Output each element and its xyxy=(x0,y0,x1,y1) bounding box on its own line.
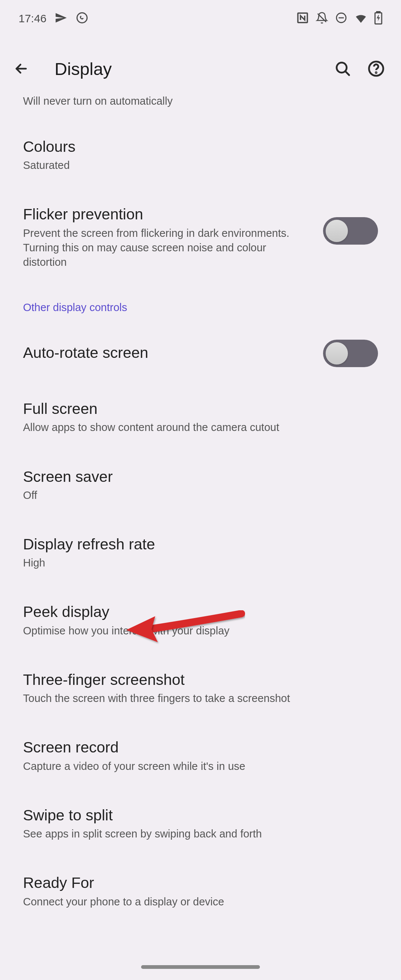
setting-refresh-rate[interactable]: Display refresh rate High xyxy=(23,535,378,570)
setting-title: Flicker prevention xyxy=(23,205,312,224)
partial-setting-subtitle: Will never turn on automatically xyxy=(23,95,378,107)
setting-colours[interactable]: Colours Saturated xyxy=(23,137,378,173)
help-button[interactable] xyxy=(367,59,385,78)
svg-rect-5 xyxy=(377,11,380,13)
setting-subtitle: Optimise how you interact with your disp… xyxy=(23,624,378,638)
setting-subtitle: Allow apps to show content around the ca… xyxy=(23,420,378,435)
search-button[interactable] xyxy=(333,59,352,78)
setting-subtitle: Off xyxy=(23,488,378,503)
setting-ready-for[interactable]: Ready For Connect your phone to a displa… xyxy=(23,873,378,909)
setting-title: Display refresh rate xyxy=(23,535,378,554)
setting-title: Peek display xyxy=(23,602,378,622)
battery-charging-icon xyxy=(374,11,382,26)
setting-auto-rotate[interactable]: Auto-rotate screen xyxy=(23,340,378,367)
setting-subtitle: Prevent the screen from flickering in da… xyxy=(23,226,312,269)
wifi-icon xyxy=(354,11,368,26)
dnd-icon xyxy=(316,11,328,25)
section-header-other: Other display controls xyxy=(23,301,378,314)
setting-three-finger[interactable]: Three-finger screenshot Touch the screen… xyxy=(23,670,378,706)
nfc-icon xyxy=(296,11,309,25)
setting-full-screen[interactable]: Full screen Allow apps to show content a… xyxy=(23,399,378,435)
app-bar: Display xyxy=(0,37,401,100)
setting-title: Screen record xyxy=(23,738,378,757)
svg-line-7 xyxy=(346,72,349,75)
setting-title: Ready For xyxy=(23,873,378,893)
setting-title: Screen saver xyxy=(23,467,378,487)
setting-title: Auto-rotate screen xyxy=(23,343,312,363)
svg-point-9 xyxy=(376,72,377,73)
settings-list[interactable]: Will never turn on automatically Colours… xyxy=(0,95,401,909)
navigation-handle[interactable] xyxy=(141,965,260,969)
setting-subtitle: High xyxy=(23,556,378,570)
setting-title: Three-finger screenshot xyxy=(23,670,378,690)
flicker-toggle[interactable] xyxy=(323,217,378,245)
setting-peek-display[interactable]: Peek display Optimise how you interact w… xyxy=(23,602,378,638)
setting-subtitle: Saturated xyxy=(23,158,378,173)
svg-point-0 xyxy=(77,13,87,23)
autorotate-toggle[interactable] xyxy=(323,340,378,367)
setting-title: Colours xyxy=(23,137,378,157)
do-not-disturb-icon xyxy=(335,11,347,25)
status-time: 17:46 xyxy=(19,12,46,25)
setting-flicker-prevention[interactable]: Flicker prevention Prevent the screen fr… xyxy=(23,205,378,269)
setting-subtitle: Connect your phone to a display or devic… xyxy=(23,895,378,909)
setting-title: Swipe to split xyxy=(23,805,378,825)
back-button[interactable] xyxy=(12,59,30,78)
setting-swipe-split[interactable]: Swipe to split See apps in split screen … xyxy=(23,805,378,841)
setting-subtitle: See apps in split screen by swiping back… xyxy=(23,827,378,841)
telegram-icon xyxy=(54,11,67,25)
setting-subtitle: Capture a video of your screen while it'… xyxy=(23,759,378,773)
setting-screen-record[interactable]: Screen record Capture a video of your sc… xyxy=(23,738,378,773)
setting-title: Full screen xyxy=(23,399,378,419)
page-title: Display xyxy=(54,59,309,79)
status-bar: 17:46 xyxy=(0,0,401,37)
setting-screen-saver[interactable]: Screen saver Off xyxy=(23,467,378,503)
setting-subtitle: Touch the screen with three fingers to t… xyxy=(23,691,378,706)
whatsapp-icon xyxy=(75,11,89,26)
